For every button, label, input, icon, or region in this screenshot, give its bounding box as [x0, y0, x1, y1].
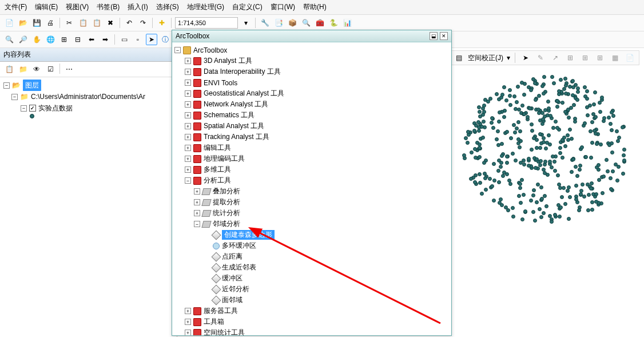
- scale-input[interactable]: [175, 17, 238, 29]
- expand-icon[interactable]: +: [185, 101, 191, 108]
- pin-icon[interactable]: ⬓: [430, 32, 438, 40]
- tree-node[interactable]: 缓冲区: [174, 273, 449, 284]
- tree-node[interactable]: +提取分析: [174, 197, 449, 208]
- expand-icon[interactable]: +: [185, 330, 191, 335]
- select-features-icon[interactable]: ▭: [118, 34, 130, 45]
- expand-icon[interactable]: +: [185, 319, 191, 325]
- tree-node[interactable]: −ArcToolbox: [174, 45, 449, 55]
- toolbox-icon[interactable]: 🧰: [314, 17, 325, 29]
- toc-folder-row[interactable]: − 📁 C:\Users\Administrator\Documents\Ar: [1, 91, 176, 102]
- expand-icon[interactable]: +: [185, 308, 191, 314]
- close-icon[interactable]: ✕: [440, 32, 448, 40]
- table-icon[interactable]: ▦: [609, 52, 621, 64]
- toc-root-label[interactable]: 图层: [23, 80, 41, 91]
- tree-node[interactable]: 创建泰森多边形: [174, 229, 449, 240]
- open-icon[interactable]: 📂: [17, 17, 29, 29]
- collapse-icon[interactable]: −: [3, 82, 10, 89]
- menu-file[interactable]: 文件(F): [5, 2, 27, 12]
- expand-icon[interactable]: +: [185, 90, 191, 97]
- menu-select[interactable]: 选择(S): [156, 2, 179, 12]
- zoom-out-icon[interactable]: 🔎: [17, 34, 29, 45]
- dropdown-icon[interactable]: ▾: [240, 17, 252, 29]
- model-builder-icon[interactable]: 📊: [341, 17, 353, 29]
- expand-icon[interactable]: +: [185, 123, 191, 129]
- expand-icon[interactable]: +: [194, 210, 200, 216]
- collapse-icon[interactable]: −: [194, 221, 200, 227]
- toc-layer-label[interactable]: 实验点数据: [38, 102, 73, 114]
- tree-node[interactable]: +ENVI Tools: [174, 77, 449, 88]
- tree-node[interactable]: +Network Analyst 工具: [174, 99, 449, 110]
- menu-help[interactable]: 帮助(H): [303, 2, 327, 12]
- collapse-icon[interactable]: −: [21, 105, 27, 112]
- copy-icon[interactable]: 📋: [77, 17, 89, 29]
- new-icon[interactable]: 📄: [3, 17, 15, 29]
- fixed-zoom-out-icon[interactable]: ⊟: [72, 34, 84, 45]
- full-extent-icon[interactable]: 🌐: [45, 34, 56, 45]
- expand-icon[interactable]: +: [185, 145, 191, 151]
- tree-node[interactable]: +Data Interoperability 工具: [174, 66, 449, 77]
- clear-selection-icon[interactable]: ▫: [132, 34, 144, 45]
- expand-icon[interactable]: +: [194, 188, 200, 195]
- link-tool-icon[interactable]: ↗: [550, 52, 561, 64]
- redo-icon[interactable]: ↷: [137, 17, 149, 29]
- list-by-drawing-icon[interactable]: 📋: [3, 64, 15, 75]
- arctoolbox-tree[interactable]: −ArcToolbox+3D Analyst 工具+Data Interoper…: [172, 42, 451, 335]
- arctoolbox-titlebar[interactable]: ArcToolbox ⬓ ✕: [172, 30, 451, 42]
- expand-icon[interactable]: +: [185, 166, 191, 173]
- menu-customize[interactable]: 自定义(C): [232, 2, 263, 12]
- tree-node[interactable]: 点距离: [174, 251, 449, 262]
- menu-edit[interactable]: 编辑(E): [35, 2, 58, 12]
- arctoolbox-window[interactable]: ArcToolbox ⬓ ✕ −ArcToolbox+3D Analyst 工具…: [172, 30, 452, 336]
- tree-node[interactable]: 面邻域: [174, 295, 449, 306]
- menu-view[interactable]: 视图(V): [66, 2, 89, 12]
- list-by-visibility-icon[interactable]: 👁: [31, 64, 42, 75]
- zoom-in-icon[interactable]: 🔍: [3, 34, 15, 45]
- select-elements-icon[interactable]: ➤: [146, 34, 157, 45]
- tree-node[interactable]: +Geostatistical Analyst 工具: [174, 88, 449, 99]
- point-symbol-icon[interactable]: [30, 114, 34, 118]
- tree-node[interactable]: 生成近邻表: [174, 262, 449, 273]
- tree-node[interactable]: 多环缓冲区: [174, 240, 449, 251]
- map-view[interactable]: [458, 65, 642, 337]
- tree-node[interactable]: +多维工具: [174, 164, 449, 175]
- expand-icon[interactable]: +: [185, 80, 191, 86]
- collapse-icon[interactable]: −: [11, 94, 18, 100]
- list-by-source-icon[interactable]: 📁: [17, 64, 29, 75]
- search-icon[interactable]: 🔍: [300, 17, 312, 29]
- toc-layer-row[interactable]: − 实验点数据: [1, 102, 176, 114]
- tree-node[interactable]: +统计分析: [174, 208, 449, 219]
- tree-node[interactable]: +Spatial Analyst 工具: [174, 121, 449, 132]
- layer-visibility-checkbox[interactable]: [29, 105, 36, 112]
- toc-options-icon[interactable]: ⋯: [63, 64, 75, 75]
- paste-icon[interactable]: 📋: [91, 17, 102, 29]
- add-data-icon[interactable]: ✚: [156, 17, 168, 29]
- tree-node[interactable]: +Schematics 工具: [174, 110, 449, 121]
- toc-root-row[interactable]: − 📂 图层: [1, 80, 176, 91]
- grid3-icon[interactable]: ⊞: [594, 52, 606, 64]
- expand-icon[interactable]: +: [185, 58, 191, 64]
- save-icon[interactable]: 💾: [31, 17, 42, 29]
- tree-node[interactable]: +Tracking Analyst 工具: [174, 132, 449, 142]
- collapse-icon[interactable]: −: [185, 177, 191, 184]
- menu-window[interactable]: 窗口(W): [271, 2, 295, 12]
- delete-icon[interactable]: ✖: [105, 17, 116, 29]
- menu-geoprocessing[interactable]: 地理处理(G): [187, 2, 224, 12]
- grid2-icon[interactable]: ⊞: [579, 52, 591, 64]
- tree-node[interactable]: +编辑工具: [174, 142, 449, 153]
- print-icon[interactable]: 🖨: [45, 17, 56, 29]
- expand-icon[interactable]: +: [185, 156, 191, 162]
- pan-icon[interactable]: ✋: [31, 34, 42, 45]
- editor-toolbar-icon[interactable]: 🔧: [259, 17, 271, 29]
- cut-icon[interactable]: ✂: [63, 17, 75, 29]
- report-icon[interactable]: 📄: [624, 52, 635, 64]
- grid-icon[interactable]: ⊞: [565, 52, 576, 64]
- forward-icon[interactable]: ➡: [100, 34, 111, 45]
- identify-icon[interactable]: ⓘ: [160, 34, 171, 45]
- expand-icon[interactable]: +: [185, 134, 191, 140]
- tree-node[interactable]: −分析工具: [174, 175, 449, 186]
- fixed-zoom-in-icon[interactable]: ⊞: [58, 34, 70, 45]
- tree-node[interactable]: −邻域分析: [174, 219, 449, 229]
- spatial-label[interactable]: 空间校正(J): [468, 53, 503, 63]
- expand-icon[interactable]: +: [194, 199, 200, 205]
- toc-symbol-row[interactable]: [1, 114, 176, 118]
